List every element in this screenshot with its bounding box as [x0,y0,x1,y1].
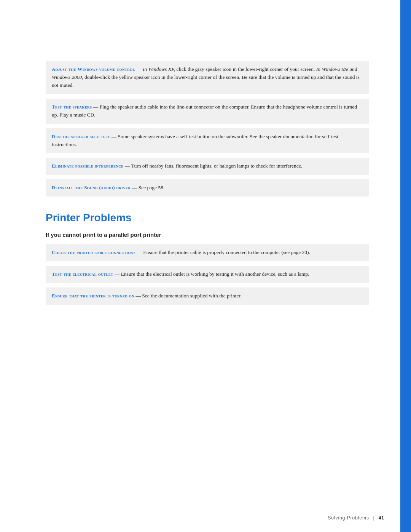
info-box-reinstall-driver: Reinstall the Sound (audio) driver — See… [46,179,369,197]
dash-4: — [131,185,137,190]
sound-section-boxes: Adjust the Windows volume control — In W… [46,61,369,197]
page-container: Adjust the Windows volume control — In W… [0,0,411,532]
printer-problems-section: Printer Problems If you cannot print to … [46,212,369,305]
body-test-outlet: Ensure that the electrical outlet is wor… [121,271,309,277]
dash-3: — [124,163,130,169]
info-box-eliminate-interference: Eliminate possible interference — Turn o… [46,158,369,175]
info-box-adjust-volume: Adjust the Windows volume control — In W… [46,61,369,94]
label-test-speakers: Test the speakers [52,104,92,110]
body-eliminate-interference: Turn off nearby fans, fluorescent lights… [131,163,302,169]
label-test-outlet: Test the electrical outlet [52,271,113,277]
label-check-cable: Check the printer cable connections [52,249,135,255]
footer-separator: | [373,515,374,521]
dash-printer-0: — [135,249,142,255]
body-printer-on: See the documentation supplied with the … [142,293,241,299]
label-printer-on: Ensure that the printer is turned on [52,293,134,299]
sidebar-accent [400,0,411,532]
info-box-printer-on: Ensure that the printer is turned on — S… [46,288,369,305]
dash-2: — [110,134,116,139]
dash-0: — [135,66,142,72]
label-eliminate-interference: Eliminate possible interference [52,163,124,169]
info-box-check-cable: Check the printer cable connections — En… [46,244,369,261]
content-area: Adjust the Windows volume control — In W… [46,0,388,305]
body-check-cable: Ensure that the printer cable is properl… [143,249,310,255]
dash-printer-1: — [113,271,120,277]
label-run-self-test: Run the speaker self-test [52,134,110,139]
footer-section-label: Solving Problems [328,515,369,521]
printer-problems-heading: Printer Problems [46,212,369,224]
dash-printer-2: — [134,293,141,299]
info-box-run-self-test: Run the speaker self-test — Some speaker… [46,128,369,153]
footer-page-number: 41 [379,515,384,521]
printer-subheading: If you cannot print to a parallel port p… [46,232,369,238]
label-reinstall-driver: Reinstall the Sound (audio) driver [52,185,131,190]
label-adjust-volume: Adjust the Windows volume control [52,66,135,72]
dash-1: — [92,104,98,110]
info-box-test-speakers: Test the speakers — Plug the speaker aud… [46,99,369,124]
info-box-test-outlet: Test the electrical outlet — Ensure that… [46,266,369,283]
body-italic-1: In Windows XP, [143,66,175,72]
page-footer: Solving Problems | 41 [328,515,384,521]
body-reinstall-driver: See page 58. [139,185,165,190]
